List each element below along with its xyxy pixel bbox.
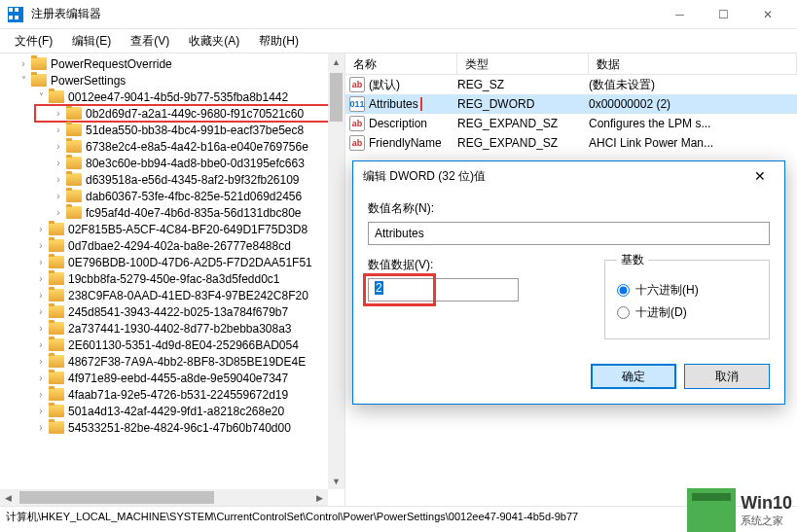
tree-item[interactable]: ›02F815B5-A5CF-4C84-BF20-649D1F75D3D8 [0,221,344,237]
chevron-right-icon[interactable]: › [35,323,47,334]
tree-item[interactable]: ›238C9FA8-0AAD-41ED-83F4-97BE242C8F20 [0,287,344,303]
menu-favorites[interactable]: 收藏夹(A) [179,30,249,53]
cell-data: 0x00000002 (2) [589,97,797,111]
chevron-right-icon[interactable]: › [53,124,64,135]
data-label: 数值数据(V): [368,257,585,273]
tree-item[interactable]: ›54533251-82be-4824-96c1-47b60b740d00 [0,419,344,436]
folder-icon [49,421,64,434]
tree-item[interactable]: ›51dea550-bb38-4bc4-991b-eacf37be5ec8 [0,122,344,138]
tree-item[interactable]: ›501a4d13-42af-4429-9fd1-a8218c268e20 [0,403,344,419]
folder-icon [66,157,82,169]
chevron-down-icon[interactable]: ˅ [35,91,47,102]
chevron-right-icon[interactable]: › [53,108,64,119]
tree-item[interactable]: ›4f971e89-eebd-4455-a8de-9e59040e7347 [0,370,344,386]
chevron-right-icon[interactable]: › [35,257,47,267]
radio-dec[interactable] [617,306,630,319]
tree-item[interactable]: ›0d7dbae2-4294-402a-ba8e-26777e8488cd [0,237,344,254]
tree-item[interactable]: ›80e3c60e-bb94-4ad8-bbe0-0d3195efc663 [0,155,344,171]
tree-item[interactable]: ›19cbb8fa-5279-450e-9fac-8a3d5fedd0c1 [0,270,344,287]
maximize-button[interactable]: ☐ [702,0,745,29]
tree-item[interactable]: ›fc95af4d-40e7-4b6d-835a-56d131dbc80e [0,204,344,221]
menu-edit[interactable]: 编辑(E) [62,30,121,53]
list-header: 名称 类型 数据 [345,53,797,75]
folder-icon [49,355,64,368]
cell-name: Attributes [369,97,457,111]
chevron-right-icon[interactable]: › [18,58,29,69]
string-value-icon: ab [349,116,365,131]
tree-item[interactable]: ›dab60367-53fe-4fbc-825e-521d069d2456 [0,188,344,204]
tree-label: d639518a-e56d-4345-8af2-b9f32fb26109 [86,173,300,187]
chevron-right-icon[interactable]: › [53,158,64,168]
header-data[interactable]: 数据 [589,53,797,74]
list-row[interactable]: abFriendlyNameREG_EXPAND_SZAHCI Link Pow… [345,133,797,153]
folder-icon [49,256,64,268]
tree-item[interactable]: ›245d8541-3943-4422-b025-13a784f679b7 [0,303,344,320]
tree-item[interactable]: ›PowerRequestOverride [0,55,344,72]
folder-icon [31,74,47,87]
tree-label: 2E601130-5351-4d9d-8E04-252966BAD054 [68,338,299,352]
chevron-right-icon[interactable]: › [35,224,47,234]
list-row[interactable]: abDescriptionREG_EXPAND_SZConfigures the… [345,114,797,133]
folder-icon [49,90,64,103]
scroll-thumb[interactable] [330,73,343,122]
scroll-thumb[interactable] [19,491,214,504]
tree-item[interactable]: ›2a737441-1930-4402-8d77-b2bebba308a3 [0,320,344,337]
ok-button[interactable]: 确定 [591,364,676,389]
tree-scrollbar-h[interactable]: ◀ ▶ [0,489,328,506]
tree-item[interactable]: ›4faab71a-92e5-4726-b531-224559672d19 [0,386,344,403]
tree-item[interactable]: ›48672F38-7A9A-4bb2-8BF8-3D85BE19DE4E [0,353,344,370]
chevron-right-icon[interactable]: › [53,207,64,218]
data-input[interactable]: 2 [368,278,519,301]
minimize-button[interactable]: ─ [658,0,702,29]
tree-item[interactable]: ˅0012ee47-9041-4b5d-9b77-535fba8b1442 [0,89,344,105]
dialog-titlebar[interactable]: 编辑 DWORD (32 位)值 ✕ [353,161,784,191]
scroll-right-icon[interactable]: ▶ [311,489,328,506]
name-input[interactable] [368,222,770,245]
chevron-right-icon[interactable]: › [35,406,47,416]
chevron-right-icon[interactable]: › [35,422,47,433]
chevron-right-icon[interactable]: › [35,339,47,350]
radio-hex[interactable] [617,284,630,297]
cancel-button[interactable]: 取消 [684,364,770,389]
chevron-right-icon[interactable]: › [35,290,47,301]
chevron-right-icon[interactable]: › [35,389,47,400]
tree-label: 2a737441-1930-4402-8d77-b2bebba308a3 [68,322,292,336]
tree-item[interactable]: ›2E601130-5351-4d9d-8E04-252966BAD054 [0,337,344,353]
list-row[interactable]: 011AttributesREG_DWORD0x00000002 (2) [345,94,797,114]
list-row[interactable]: ab(默认)REG_SZ(数值未设置) [345,75,797,94]
tree-item[interactable]: ˅PowerSettings [0,72,344,89]
cell-data: (数值未设置) [589,77,797,93]
folder-icon [49,405,64,417]
menu-help[interactable]: 帮助(H) [249,30,308,53]
folder-icon [66,173,82,186]
folder-icon [66,206,82,219]
chevron-right-icon[interactable]: › [53,174,64,185]
chevron-right-icon[interactable]: › [53,191,64,201]
menu-file[interactable]: 文件(F) [5,30,62,53]
tree-item[interactable]: ›0b2d69d7-a2a1-449c-9680-f91c70521c60 [0,105,344,122]
chevron-right-icon[interactable]: › [35,240,47,251]
titlebar: 注册表编辑器 ─ ☐ ✕ [0,0,797,29]
chevron-right-icon[interactable]: › [53,141,64,152]
dialog-close-button[interactable]: ✕ [745,168,775,184]
tree-label: 48672F38-7A9A-4bb2-8BF8-3D85BE19DE4E [68,355,306,369]
close-button[interactable]: ✕ [745,0,789,29]
tree-scrollbar-v[interactable]: ▲ ▼ [328,53,344,489]
tree-label: 6738e2c4-e8a5-4a42-b16a-e040e769756e [86,140,308,154]
scroll-up-icon[interactable]: ▲ [328,53,344,70]
chevron-right-icon[interactable]: › [35,306,47,317]
chevron-right-icon[interactable]: › [35,372,47,383]
cell-name: FriendlyName [369,136,457,150]
header-name[interactable]: 名称 [345,53,457,74]
tree-item[interactable]: ›d639518a-e56d-4345-8af2-b9f32fb26109 [0,171,344,188]
chevron-right-icon[interactable]: › [35,273,47,284]
chevron-right-icon[interactable]: › [35,356,47,367]
folder-icon [49,372,64,384]
chevron-down-icon[interactable]: ˅ [18,75,29,86]
tree-item[interactable]: ›0E796BDB-100D-47D6-A2D5-F7D2DAA51F51 [0,254,344,270]
scroll-left-icon[interactable]: ◀ [0,489,17,506]
scroll-down-icon[interactable]: ▼ [328,473,344,489]
tree-item[interactable]: ›6738e2c4-e8a5-4a42-b16a-e040e769756e [0,138,344,155]
menu-view[interactable]: 查看(V) [121,30,179,53]
header-type[interactable]: 类型 [457,53,589,74]
